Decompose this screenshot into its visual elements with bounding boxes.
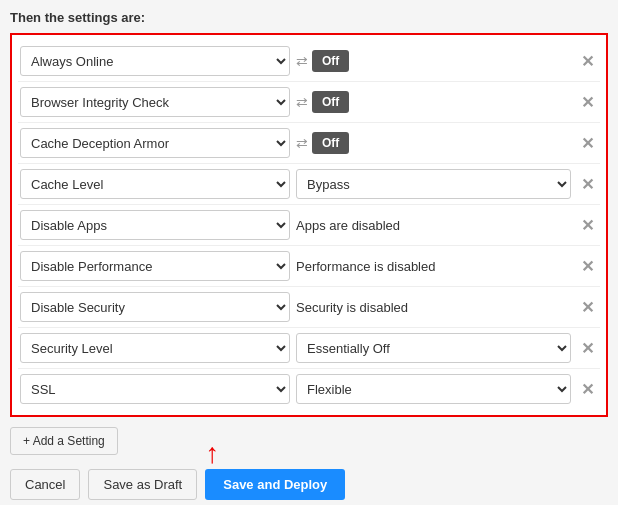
setting-value-disable-security: Security is disabled: [296, 300, 571, 315]
toggle-icon: ⇄: [296, 53, 308, 69]
settings-container: Always OnlineBrowser Integrity CheckCach…: [10, 33, 608, 417]
toggle-button-browser-integrity-check[interactable]: Off: [312, 91, 349, 113]
remove-button-disable-security[interactable]: ✕: [577, 298, 598, 317]
remove-button-disable-performance[interactable]: ✕: [577, 257, 598, 276]
toggle-icon: ⇄: [296, 135, 308, 151]
section-title: Then the settings are:: [10, 10, 608, 25]
toggle-button-always-online[interactable]: Off: [312, 50, 349, 72]
cancel-button[interactable]: Cancel: [10, 469, 80, 500]
static-value-disable-apps: Apps are disabled: [296, 218, 400, 233]
setting-value-browser-integrity-check: ⇄Off: [296, 91, 571, 113]
remove-button-browser-integrity-check[interactable]: ✕: [577, 93, 598, 112]
toggle-icon: ⇄: [296, 94, 308, 110]
table-row: Always OnlineBrowser Integrity CheckCach…: [18, 123, 600, 164]
table-row: Always OnlineBrowser Integrity CheckCach…: [18, 164, 600, 205]
toggle-container-always-online: ⇄Off: [296, 50, 349, 72]
setting-select-ssl[interactable]: Always OnlineBrowser Integrity CheckCach…: [20, 374, 290, 404]
static-value-disable-security: Security is disabled: [296, 300, 408, 315]
table-row: Always OnlineBrowser Integrity CheckCach…: [18, 246, 600, 287]
table-row: Always OnlineBrowser Integrity CheckCach…: [18, 287, 600, 328]
setting-value-cache-deception-armor: ⇄Off: [296, 132, 571, 154]
value-select-ssl[interactable]: FlexibleOffFullFull (Strict)Strict: [296, 374, 571, 404]
action-bar: ↓ Cancel Save as Draft Save and Deploy: [10, 469, 608, 500]
setting-select-disable-performance[interactable]: Always OnlineBrowser Integrity CheckCach…: [20, 251, 290, 281]
setting-select-disable-apps[interactable]: Always OnlineBrowser Integrity CheckCach…: [20, 210, 290, 240]
static-value-disable-performance: Performance is disabled: [296, 259, 435, 274]
arrow-indicator: ↓: [205, 441, 219, 473]
table-row: Always OnlineBrowser Integrity CheckCach…: [18, 205, 600, 246]
setting-value-disable-performance: Performance is disabled: [296, 259, 571, 274]
save-draft-button[interactable]: Save as Draft: [88, 469, 197, 500]
setting-value-cache-level: BypassNo Query StringIgnore Query String…: [296, 169, 571, 199]
setting-select-cache-deception-armor[interactable]: Always OnlineBrowser Integrity CheckCach…: [20, 128, 290, 158]
table-row: Always OnlineBrowser Integrity CheckCach…: [18, 82, 600, 123]
setting-select-disable-security[interactable]: Always OnlineBrowser Integrity CheckCach…: [20, 292, 290, 322]
remove-button-always-online[interactable]: ✕: [577, 52, 598, 71]
table-row: Always OnlineBrowser Integrity CheckCach…: [18, 369, 600, 409]
setting-select-security-level[interactable]: Always OnlineBrowser Integrity CheckCach…: [20, 333, 290, 363]
remove-button-disable-apps[interactable]: ✕: [577, 216, 598, 235]
toggle-container-cache-deception-armor: ⇄Off: [296, 132, 349, 154]
remove-button-cache-deception-armor[interactable]: ✕: [577, 134, 598, 153]
setting-value-ssl: FlexibleOffFullFull (Strict)Strict: [296, 374, 571, 404]
table-row: Always OnlineBrowser Integrity CheckCach…: [18, 41, 600, 82]
save-deploy-button[interactable]: Save and Deploy: [205, 469, 345, 500]
remove-button-security-level[interactable]: ✕: [577, 339, 598, 358]
setting-value-disable-apps: Apps are disabled: [296, 218, 571, 233]
table-row: Always OnlineBrowser Integrity CheckCach…: [18, 328, 600, 369]
toggle-container-browser-integrity-check: ⇄Off: [296, 91, 349, 113]
setting-select-browser-integrity-check[interactable]: Always OnlineBrowser Integrity CheckCach…: [20, 87, 290, 117]
value-select-security-level[interactable]: Essentially OffLowMediumHighI'm Under At…: [296, 333, 571, 363]
remove-button-cache-level[interactable]: ✕: [577, 175, 598, 194]
setting-select-always-online[interactable]: Always OnlineBrowser Integrity CheckCach…: [20, 46, 290, 76]
setting-value-always-online: ⇄Off: [296, 50, 571, 72]
setting-select-cache-level[interactable]: Always OnlineBrowser Integrity CheckCach…: [20, 169, 290, 199]
value-select-cache-level[interactable]: BypassNo Query StringIgnore Query String…: [296, 169, 571, 199]
add-setting-button[interactable]: + Add a Setting: [10, 427, 118, 455]
toggle-button-cache-deception-armor[interactable]: Off: [312, 132, 349, 154]
setting-value-security-level: Essentially OffLowMediumHighI'm Under At…: [296, 333, 571, 363]
remove-button-ssl[interactable]: ✕: [577, 380, 598, 399]
